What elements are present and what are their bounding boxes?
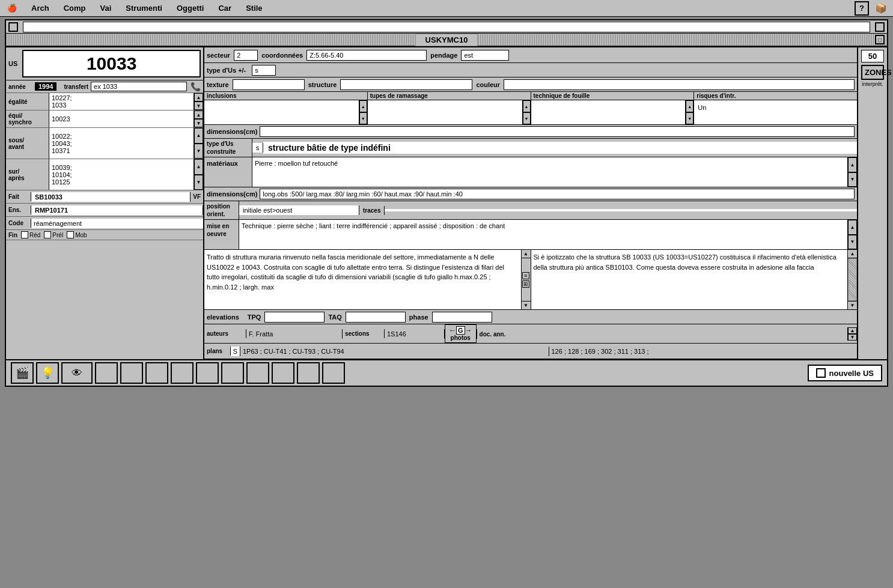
types-scroll-up[interactable]: ▲	[523, 100, 531, 112]
toolbar-btn6[interactable]	[221, 362, 244, 384]
materiaux-value[interactable]: Pierre : moellon tuf retouché	[252, 157, 847, 187]
type-construit-s[interactable]: s	[252, 143, 263, 153]
ens-value[interactable]: RMP10171	[31, 205, 203, 215]
menu-strumenti[interactable]: Strumenti	[123, 2, 165, 14]
texture-input[interactable]	[233, 79, 305, 90]
zones-button[interactable]: ZONES	[861, 65, 884, 80]
sous-value[interactable]: 10022; 10043; 10371	[49, 128, 194, 159]
dimensions2-input[interactable]	[260, 189, 855, 199]
inclusions-scroll-down[interactable]: ▼	[359, 112, 367, 124]
menu-arch[interactable]: Arch	[29, 2, 52, 14]
pendage-input[interactable]	[461, 50, 509, 61]
help-icon[interactable]: ?	[855, 1, 869, 16]
egalite-scroll-down[interactable]: ▼	[194, 102, 203, 110]
toolbar-bulb-btn[interactable]: 💡	[36, 362, 59, 384]
secteur-input[interactable]	[234, 50, 258, 61]
camera-icon: 🎬	[16, 366, 29, 380]
structure-input[interactable]	[340, 79, 472, 90]
note-left-scroll-up[interactable]: ▲	[522, 250, 531, 258]
plans-label: plans	[204, 347, 231, 356]
toolbar-btn4[interactable]	[171, 362, 194, 384]
equi-scroll-up[interactable]: ▲	[194, 111, 203, 119]
inclusions-cell[interactable]: ▲ ▼	[204, 100, 368, 124]
meo-scroll-down[interactable]: ▼	[848, 235, 857, 250]
sur-value[interactable]: 10039; 10104; 10125	[49, 159, 194, 190]
phase-input[interactable]	[432, 312, 492, 323]
note-left-text[interactable]: Tratto di struttura muraria rinvenuto ne…	[204, 250, 521, 309]
equi-value[interactable]: 10023	[49, 111, 194, 127]
note-right-scroll-down[interactable]: ▼	[848, 301, 857, 309]
taq-input[interactable]	[346, 312, 406, 323]
menu-car[interactable]: Car	[216, 2, 234, 14]
plans-value[interactable]: 1P63 ; CU-T41 ; CU-T93 ; CU-T94	[240, 347, 549, 356]
meo-scroll-up[interactable]: ▲	[848, 220, 857, 235]
red-checkbox[interactable]: Réd	[21, 231, 40, 238]
toolbar-btn8[interactable]	[272, 362, 294, 384]
note-right-text[interactable]: Si è ipotizzato che la struttura SB 1003…	[531, 250, 848, 309]
photos-button[interactable]: ← G → photos	[445, 324, 477, 343]
sur-scroll-down[interactable]: ▼	[194, 175, 203, 190]
note-left-scroll-down[interactable]: ▼	[522, 301, 531, 309]
fait-value[interactable]: SB10033	[31, 192, 190, 202]
toolbar-btn7[interactable]	[246, 362, 269, 384]
mob-checkbox[interactable]: Mob	[67, 231, 87, 238]
type-construit-label: type d'Us construite	[204, 139, 252, 157]
sous-scroll-down[interactable]: ▼	[194, 144, 203, 159]
fait-row: Fait SB10033 VF	[6, 190, 203, 204]
toolbar-btn10[interactable]	[322, 362, 345, 384]
types-ramassage-cell[interactable]: ▲ ▼	[368, 100, 531, 124]
sur-scroll-up[interactable]: ▲	[194, 159, 203, 175]
toolbar-camera-btn[interactable]: 🎬	[11, 362, 34, 384]
toolbar-btn2[interactable]	[120, 362, 143, 384]
doc-ann-scroll-down[interactable]: ▼	[848, 334, 857, 341]
menu-comp[interactable]: Comp	[61, 2, 88, 14]
toolbar-btn3[interactable]	[145, 362, 168, 384]
sections-value[interactable]: 1S146	[385, 329, 445, 339]
zoom-button[interactable]	[8, 22, 18, 32]
auteurs-value[interactable]: F. Fratta	[246, 329, 343, 339]
photos-list: 126 ; 128 ; 169 ; 302 ; 311 ; 313 ;	[549, 347, 858, 356]
apple-menu[interactable]: 🍎	[5, 2, 19, 14]
sous-scroll-up[interactable]: ▲	[194, 128, 203, 144]
note-right-scroll-up[interactable]: ▲	[848, 250, 857, 258]
inclusions-scroll-up[interactable]: ▲	[359, 100, 367, 112]
doc-ann-scroll-up[interactable]: ▲	[848, 327, 857, 334]
materiaux-scroll-up[interactable]: ▲	[848, 157, 857, 172]
egalite-value[interactable]: 10227; 1033	[49, 93, 194, 110]
transfert-field[interactable]: ex 1033	[91, 82, 187, 91]
box-icon[interactable]: 📦	[874, 1, 888, 16]
note-right-scroll-track	[848, 258, 857, 301]
technique-fouille-cell[interactable]: ▲ ▼	[531, 100, 695, 124]
materiaux-scroll-down[interactable]: ▼	[848, 172, 857, 187]
risques-cell[interactable]: Un	[694, 100, 857, 124]
coordonnees-input[interactable]	[306, 50, 427, 61]
type-us-input[interactable]	[252, 65, 276, 76]
close-button[interactable]: □	[875, 35, 885, 44]
prel-checkbox[interactable]: Prél	[44, 231, 63, 238]
egalite-scroll-up[interactable]: ▲	[194, 93, 203, 102]
toolbar-btn5[interactable]	[196, 362, 219, 384]
toolbar-eye-btn[interactable]: 👁	[61, 362, 93, 384]
technique-scroll-down[interactable]: ▼	[686, 112, 693, 124]
mise-en-oeuvre-value[interactable]: Technique : pierre sèche ; liant : terre…	[239, 220, 847, 249]
menu-vai[interactable]: Vai	[97, 2, 114, 14]
types-scroll-down[interactable]: ▼	[523, 112, 531, 124]
traces-value[interactable]	[385, 209, 857, 211]
toolbar-btn9[interactable]	[297, 362, 320, 384]
menu-oggetti[interactable]: Oggetti	[174, 2, 207, 14]
toolbar-btn1[interactable]	[95, 362, 118, 384]
resize-button[interactable]	[875, 22, 885, 32]
suslat-input[interactable]: suslat	[23, 22, 870, 32]
menu-stile[interactable]: Stile	[243, 2, 264, 14]
nouvelle-us-button[interactable]: nouvelle US	[808, 365, 882, 381]
plans-s[interactable]: S	[231, 347, 240, 356]
note-icon2[interactable]: ⊞	[522, 280, 529, 288]
note-icon1[interactable]: ≡	[522, 272, 529, 279]
equi-scroll-down[interactable]: ▼	[194, 119, 203, 127]
technique-scroll-up[interactable]: ▲	[686, 100, 693, 112]
couleur-input[interactable]	[504, 79, 855, 90]
tpq-input[interactable]	[264, 312, 325, 323]
code-value[interactable]: réaménagement	[31, 219, 203, 228]
dimensions-input[interactable]	[260, 126, 855, 137]
position-value[interactable]: initiale est>ouest	[239, 205, 359, 215]
